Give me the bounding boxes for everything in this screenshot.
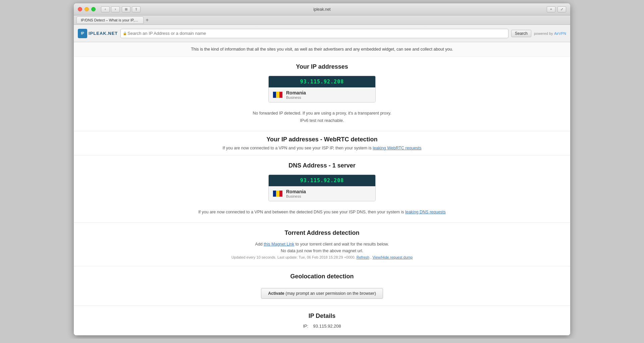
- torrent-magnet-text: Add this Magnet Link to your torrent cli…: [80, 242, 564, 247]
- airvpn-link[interactable]: AirVPN: [554, 31, 566, 36]
- search-button[interactable]: Search: [511, 30, 531, 37]
- forward-icon: ›: [115, 7, 116, 11]
- torrent-title: Torrent Address detection: [80, 229, 564, 236]
- reader-icon: ⊞: [125, 7, 127, 11]
- dns-leak-text: If you are now connected to a VPN and be…: [80, 210, 564, 214]
- activate-geo-button[interactable]: Activate (may prompt an user permission …: [261, 288, 383, 299]
- back-icon: ‹: [105, 7, 106, 11]
- minimize-button[interactable]: [85, 7, 89, 11]
- ip-addresses-section: Your IP addresses 93.115.92.208 Romania …: [74, 57, 570, 131]
- url-bar-container: 🔒: [120, 29, 508, 38]
- torrent-no-data-text: No data just now from the above magnet u…: [80, 249, 564, 253]
- dns-section: DNS Address - 1 server 93.115.92.208 Rom…: [74, 155, 570, 223]
- traffic-lights: [78, 7, 96, 11]
- tab-label: IP/DNS Detect – What is your IP, what is…: [81, 18, 144, 22]
- view-hide-dump-link[interactable]: View/Hide request dump: [372, 255, 413, 259]
- torrent-section: Torrent Address detection Add this Magne…: [74, 223, 570, 266]
- geo-section: Geolocation detection Activate (may prom…: [74, 266, 570, 306]
- share-sheet-button[interactable]: ⇪: [132, 6, 141, 12]
- logo-text: IPLEAK.NET: [89, 31, 118, 36]
- share-icon: ⇪: [135, 7, 138, 11]
- dns-country-row: Romania Business: [269, 186, 375, 201]
- no-forward-text: No forwarded IP detected. If you are usi…: [80, 111, 564, 116]
- magnet-link[interactable]: this Magnet Link: [264, 242, 294, 247]
- page-subtitle: This is the kind of information that all…: [74, 42, 570, 57]
- fullscreen-icon: ⤢: [560, 7, 563, 11]
- new-tab-plus-button[interactable]: +: [146, 17, 149, 23]
- dns-leak-link[interactable]: leaking DNS requests: [405, 210, 446, 214]
- romania-flag: [273, 91, 283, 98]
- ip-country-row: Romania Business: [269, 87, 375, 102]
- ip-card-dns: 93.115.92.208 Romania Business: [268, 175, 376, 201]
- ip-card-main: 93.115.92.208 Romania Business: [268, 76, 376, 102]
- dns-ip-address: 93.115.92.208: [269, 175, 375, 186]
- webrtc-leak-link[interactable]: leaking WebRTC requests: [373, 146, 421, 150]
- tab-bar: IP/DNS Detect – What is your IP, what is…: [74, 15, 570, 25]
- new-tab-icon: +: [550, 7, 552, 11]
- activate-note: (may prompt an user permission on the br…: [285, 291, 376, 296]
- page-content: This is the kind of information that all…: [74, 42, 570, 335]
- webrtc-section: Your IP addresses - WebRTC detection If …: [74, 131, 570, 155]
- dns-country-info: Romania Business: [286, 189, 306, 198]
- browser-window: ‹ › ⊞ ⇪ ipleak.net + ⤢ IP/DNS Detect – W…: [74, 3, 570, 335]
- geo-title: Geolocation detection: [80, 273, 564, 280]
- close-button[interactable]: [78, 7, 82, 11]
- dns-title: DNS Address - 1 server: [80, 162, 564, 169]
- new-tab-button[interactable]: +: [547, 6, 555, 12]
- country-info: Romania Business: [286, 90, 306, 99]
- torrent-update-text: Updated every 10 seconds. Last update: T…: [80, 255, 564, 259]
- dns-country-name: Romania: [286, 189, 306, 194]
- maximize-button[interactable]: [91, 7, 96, 11]
- forward-button[interactable]: ›: [111, 6, 120, 12]
- ip-details-title: IP Details: [80, 313, 564, 320]
- ip-address-display: 93.115.92.208: [269, 76, 375, 87]
- site-logo: IP IPLEAK.NET: [78, 29, 118, 38]
- webrtc-title: Your IP addresses - WebRTC detection: [80, 136, 564, 143]
- nav-buttons: ‹ ›: [101, 6, 120, 12]
- logo-area: IP IPLEAK.NET: [78, 29, 118, 38]
- country-name: Romania: [286, 90, 306, 95]
- search-input[interactable]: [127, 31, 506, 36]
- fullscreen-button[interactable]: ⤢: [557, 6, 566, 12]
- ip-details-section: IP Details IP: 93.115.92.208: [74, 306, 570, 335]
- powered-by: powered by AirVPN: [534, 31, 566, 36]
- lock-icon: 🔒: [123, 31, 127, 35]
- ip-label: IP:: [303, 324, 308, 329]
- back-button[interactable]: ‹: [101, 6, 110, 12]
- refresh-link[interactable]: Refresh: [357, 255, 370, 259]
- logo-icon: IP: [78, 29, 87, 38]
- dns-flag: [273, 190, 283, 197]
- ip-addresses-title: Your IP addresses: [80, 63, 564, 70]
- webrtc-text: If you are now connected to a VPN and yo…: [80, 146, 564, 150]
- dns-connection-type: Business: [286, 194, 306, 198]
- window-title: ipleak.net: [313, 7, 330, 12]
- active-tab[interactable]: IP/DNS Detect – What is your IP, what is…: [76, 16, 144, 24]
- title-bar: ‹ › ⊞ ⇪ ipleak.net + ⤢: [74, 3, 570, 15]
- connection-type: Business: [286, 95, 306, 99]
- ip-detail-row: IP: 93.115.92.208: [80, 324, 564, 329]
- ipv6-text: IPv6 test not reachable.: [80, 118, 564, 123]
- window-controls-right: + ⤢: [547, 6, 566, 12]
- address-bar: IP IPLEAK.NET 🔒 Search powered by AirVPN: [74, 25, 570, 42]
- ip-detail-value: 93.115.92.208: [313, 324, 341, 329]
- reader-view-button[interactable]: ⊞: [122, 6, 130, 12]
